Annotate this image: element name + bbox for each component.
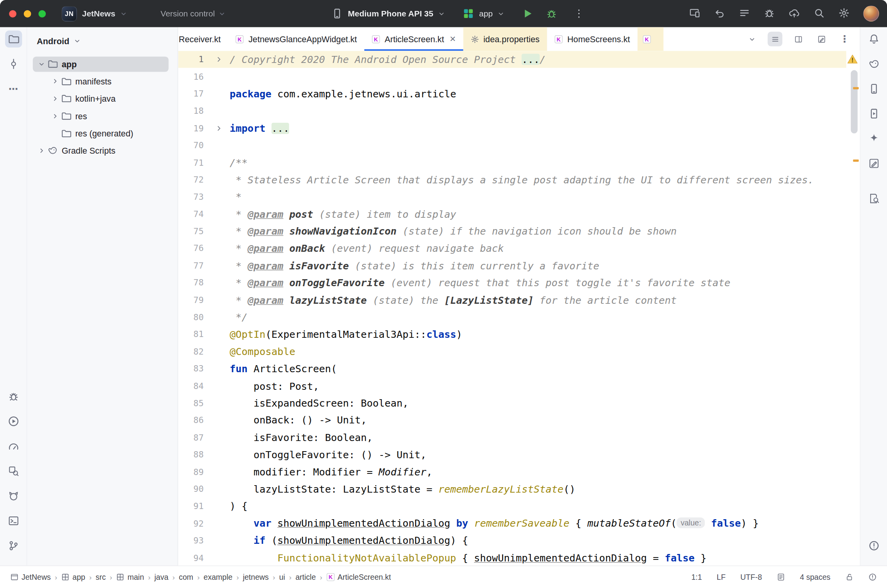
code-editor[interactable]: 1/ Copyright 2020 The Android Open Sourc… [178,51,860,565]
search-button[interactable] [813,7,825,20]
breadcrumb-item-java[interactable]: java [154,573,169,581]
page-icon[interactable] [777,573,785,581]
chevron-down-button[interactable] [745,32,760,47]
project-widget[interactable]: JN JetNews [62,6,127,21]
line-separator[interactable]: LF [717,573,726,581]
code-line-86[interactable]: 86 onBack: () -> Unit, [178,412,846,429]
breadcrumb-item-example[interactable]: example [204,573,233,581]
breadcrumb-item-main[interactable]: main [116,573,144,581]
code-line-88[interactable]: 88 onToggleFavorite: () -> Unit, [178,446,846,463]
terminal-button[interactable] [5,512,22,529]
code-line-82[interactable]: 82@Composable [178,343,846,360]
more-vertical-button[interactable]: ⋮ [837,32,852,47]
layout-editor-button[interactable] [865,155,882,172]
chevron-right-icon[interactable] [48,113,61,119]
version-control-widget[interactable]: Version control [161,9,225,18]
code-line-74[interactable]: 74 * @param post (state) item to display [178,206,846,223]
fold-indicator-icon[interactable] [204,125,230,131]
project-button[interactable] [5,30,22,47]
code-line-71[interactable]: 71/** [178,154,846,171]
breadcrumb-item-articlescreen-kt[interactable]: KArticleScreen.kt [326,573,391,581]
breadcrumb-item-article[interactable]: article [295,573,316,581]
code-line-70[interactable]: 70 [178,137,846,154]
breadcrumb-item-src[interactable]: src [95,573,106,581]
profiler-button[interactable] [5,438,22,455]
code-line-77[interactable]: 77 * @param isFavorite (state) is this i… [178,257,846,274]
breadcrumb-item-jetnews[interactable]: JetNews [10,573,51,581]
tab-articlescreen-kt[interactable]: KArticleScreen.kt× [364,27,463,51]
gemini-button[interactable] [865,130,882,147]
code-line-79[interactable]: 79 * @param lazyListState (state) the [L… [178,292,846,309]
device-mirroring-button[interactable] [689,7,700,20]
task-list-button[interactable] [739,7,750,20]
code-line-72[interactable]: 72 * Stateless Article Screen that displ… [178,171,846,188]
find-button[interactable] [865,190,882,207]
tab-overflow[interactable]: K [637,27,664,51]
zoom-window-button[interactable] [38,10,46,17]
code-line-17[interactable]: 17package com.example.jetnews.ui.article [178,85,846,102]
bug-report-button[interactable] [5,388,22,405]
tree-item-res-generated[interactable]: res (generated) [27,125,178,142]
code-line-80[interactable]: 80 */ [178,309,846,326]
caret-position[interactable]: 1:1 [691,573,702,581]
code-line-1[interactable]: 1/ Copyright 2020 The Android Open Sourc… [178,51,846,68]
run-button[interactable] [522,8,533,19]
user-avatar[interactable] [863,5,879,22]
indent-size[interactable]: 4 spaces [800,573,830,581]
problems-icon[interactable] [868,573,877,581]
split-right-button[interactable] [791,32,806,47]
logcat-button[interactable] [5,488,22,504]
debug-button[interactable] [546,8,557,19]
undo-button[interactable] [714,7,725,20]
tree-item-kotlin-java[interactable]: kotlin+java [27,90,178,107]
minimize-window-button[interactable] [24,10,31,17]
code-line-76[interactable]: 76 * @param onBack (event) request navig… [178,240,846,257]
fold-indicator-icon[interactable] [204,56,230,63]
code-line-92[interactable]: 92 var showUnimplementedActionDialog by … [178,515,846,532]
tree-item-app[interactable]: app [27,56,178,73]
device-manager-button[interactable] [865,80,882,97]
code-line-75[interactable]: 75 * @param showNavigationIcon (state) i… [178,223,846,240]
bug-button[interactable] [764,7,775,20]
chevron-down-icon[interactable] [35,61,48,67]
running-devices-button[interactable] [865,105,882,122]
commit-button[interactable] [5,56,22,72]
code-line-87[interactable]: 87 isFavorite: Boolean, [178,429,846,446]
breadcrumb-item-jetnews[interactable]: jetnews [243,573,269,581]
tab-receiver-kt[interactable]: Receiver.kt [178,27,228,51]
code-line-18[interactable]: 18 [178,102,846,120]
lock-icon[interactable] [845,573,854,581]
code-line-89[interactable]: 89 modifier: Modifier = Modifier, [178,463,846,480]
device-selector[interactable]: Medium Phone API 35 [348,9,433,18]
tab-jetnewsglanceappwidget-kt[interactable]: KJetnewsGlanceAppWidget.kt [228,27,364,51]
code-line-91[interactable]: 91) { [178,498,846,515]
code-line-81[interactable]: 81@OptIn(ExperimentalMaterial3Api::class… [178,326,846,343]
chevron-right-icon[interactable] [48,78,61,84]
tree-item-res[interactable]: res [27,108,178,125]
gradle-button[interactable] [865,56,882,72]
app-inspection-button[interactable] [5,463,22,479]
tree-item-manifests[interactable]: manifests [27,73,178,90]
code-line-16[interactable]: 16 [178,68,846,85]
chevron-right-icon[interactable] [35,147,48,154]
code-line-78[interactable]: 78 * @param onToggleFavorite (event) req… [178,274,846,292]
close-icon[interactable]: × [450,34,456,44]
tab-homescreens-kt[interactable]: KHomeScreens.kt [547,27,637,51]
git-branch-button[interactable] [5,537,22,554]
more-actions-button[interactable]: ⋮ [572,9,586,19]
problems-button[interactable] [865,537,882,554]
tree-item-gradle-scripts[interactable]: Gradle Scripts [27,142,178,159]
close-window-button[interactable] [9,10,16,17]
run-button[interactable] [5,413,22,430]
sync-button[interactable] [788,7,800,20]
pencil-box-button[interactable] [814,32,829,47]
tab-idea-properties[interactable]: idea.properties [463,27,547,51]
chevron-right-icon[interactable] [48,95,61,102]
code-line-83[interactable]: 83fun ArticleScreen( [178,360,846,377]
code-line-90[interactable]: 90 lazyListState: LazyListState = rememb… [178,480,846,498]
file-encoding[interactable]: UTF-8 [740,573,762,581]
code-line-84[interactable]: 84 post: Post, [178,377,846,394]
code-line-94[interactable]: 94 FunctionalityNotAvailablePopup { show… [178,549,846,565]
more-horizontal-button[interactable]: ⋯ [5,80,22,97]
code-line-93[interactable]: 93 if (showUnimplementedActionDialog) { [178,532,846,549]
